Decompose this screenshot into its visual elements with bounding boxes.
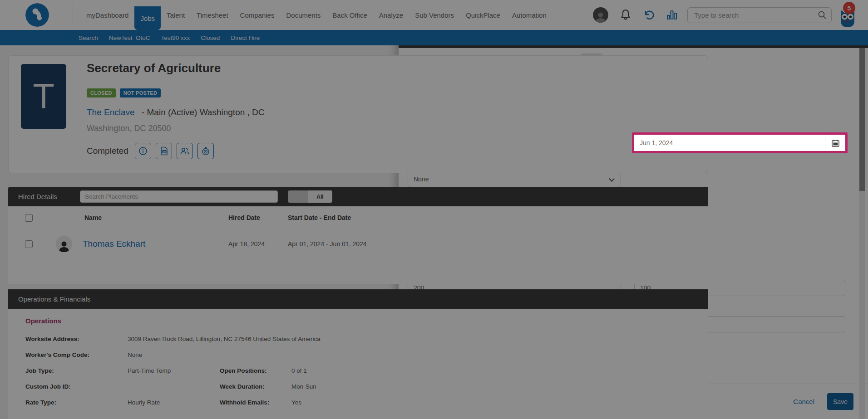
week-duration-value: Mon-Sun: [291, 383, 708, 390]
worksite-address-value: 3009 Raven Rock Road, Lillington, NC 275…: [128, 336, 708, 342]
user-avatar[interactable]: [593, 7, 608, 23]
notifications-bell-icon[interactable]: [620, 9, 631, 21]
table-row: Thomas Eckhart Apr 18, 2024 Apr 01, 2024…: [8, 229, 708, 259]
word-doc-icon: W: [159, 146, 168, 156]
job-stage-label: Completed: [87, 146, 128, 156]
nav-sub-vendors[interactable]: Sub Vendors: [409, 0, 460, 30]
subnav-direct-hire[interactable]: Direct Hire: [231, 34, 260, 41]
subnav-test90[interactable]: Test90 xxx: [161, 34, 190, 41]
job-stage-row: Completed W: [87, 143, 214, 159]
stopwatch-icon: [201, 146, 210, 156]
status-badge-closed: CLOSED: [87, 88, 116, 97]
rate-type-label: Rate Type:: [25, 399, 128, 406]
info-icon: [138, 146, 148, 156]
app-logo-icon[interactable]: [25, 3, 49, 27]
nav-quickplace[interactable]: QuickPlace: [460, 0, 506, 30]
ops-row-job-type: Job Type: Part-Time Temp Open Positions:…: [25, 363, 708, 379]
person-icon: [594, 11, 607, 23]
undo-refresh-icon[interactable]: [643, 10, 655, 20]
worksite-address-label: Worksite Address:: [25, 336, 128, 342]
calendar-icon: [832, 139, 839, 147]
navbar-right-cluster: 5: [593, 2, 858, 28]
cell-hired-date: Apr 18, 2024: [228, 240, 288, 248]
status-badge-not-posted: NOT POSTED: [120, 88, 161, 97]
subnav-search[interactable]: Search: [79, 34, 98, 41]
job-description-button[interactable]: W: [156, 143, 172, 159]
hired-details-title: Hired Details: [18, 193, 69, 200]
rate-type-value: Hourly Rate: [128, 399, 220, 406]
placements-table-header: Name Hired Date Start Date - End Date: [8, 206, 708, 229]
hired-details-section-bar: Hired Details All: [8, 187, 708, 206]
operations-subtitle: Operations: [25, 317, 708, 325]
select-all-checkbox[interactable]: [25, 214, 33, 222]
operations-body: Operations Worksite Address: 3009 Raven …: [8, 309, 708, 419]
subnav-closed[interactable]: Closed: [201, 34, 220, 41]
toggle-all-label: All: [308, 190, 332, 203]
company-row: The Enclave - Main (Active) Washington ,…: [87, 107, 265, 117]
ops-row-custom-job-id: Custom Job ID: Week Duration: Mon-Sun: [25, 379, 708, 395]
custom-job-id-label: Custom Job ID:: [25, 383, 128, 390]
cell-start-end: Apr 01, 2024 - Jun 01, 2024: [288, 240, 708, 248]
toggle-knob: [288, 190, 308, 203]
people-icon: [180, 146, 190, 156]
nav-documents[interactable]: Documents: [280, 0, 326, 30]
nav-talent[interactable]: Talent: [161, 0, 191, 30]
placements-search-input[interactable]: [85, 193, 273, 200]
nav-automation[interactable]: Automation: [506, 0, 552, 30]
ops-row-workers-comp: Worker's Comp Code: None: [25, 347, 708, 363]
main-content: T Secretary of Agriculture CLOSED NOT PO…: [0, 45, 868, 419]
assistant-mascot[interactable]: 5: [837, 2, 858, 28]
ops-row-rate-type: Rate Type: Hourly Rate Withhold Emails: …: [25, 395, 708, 410]
main-menu: myDashboard Jobs Talent Timesheet Compan…: [80, 0, 552, 30]
analytics-bar-chart-icon[interactable]: [666, 10, 677, 20]
top-navbar: myDashboard Jobs Talent Timesheet Compan…: [0, 0, 868, 30]
notification-count-badge[interactable]: 5: [843, 2, 855, 14]
end-date-input[interactable]: [634, 139, 825, 146]
company-link[interactable]: The Enclave: [87, 107, 135, 117]
person-icon: [58, 239, 70, 252]
global-search: [687, 7, 832, 23]
end-date-calendar-button[interactable]: [825, 139, 845, 147]
candidate-name-link[interactable]: Thomas Eckhart: [83, 239, 145, 249]
job-type-label: Job Type:: [25, 367, 128, 374]
company-location-suffix: - Main (Active) Washington , DC: [142, 107, 265, 117]
open-positions-label: Open Positions:: [220, 367, 291, 374]
col-header-hired-date: Hired Date: [228, 214, 288, 221]
candidates-button[interactable]: [177, 143, 193, 159]
col-header-start-end: Start Date - End Date: [288, 214, 708, 221]
job-type-value: Part-Time Temp: [128, 367, 220, 374]
nav-timesheet[interactable]: Timesheet: [191, 0, 234, 30]
jobs-subnav: Search NewTest_OtoC Test90 xxx Closed Di…: [0, 30, 868, 45]
nav-analyze[interactable]: Analyze: [373, 0, 409, 30]
placements-search: [80, 190, 278, 203]
job-initial-tile: T: [21, 64, 66, 129]
global-search-input[interactable]: [694, 11, 818, 19]
row-checkbox[interactable]: [25, 240, 33, 248]
info-button[interactable]: [135, 143, 151, 159]
job-summary-card: T Secretary of Agriculture CLOSED NOT PO…: [8, 55, 708, 173]
col-header-name: Name: [56, 214, 228, 221]
nav-back-office[interactable]: Back Office: [326, 0, 373, 30]
svg-text:W: W: [163, 151, 166, 153]
subnav-newtest-otoc[interactable]: NewTest_OtoC: [109, 34, 150, 41]
operations-financials-title: Operations & Financials: [18, 295, 90, 303]
operations-financials-bar: Operations & Financials: [8, 289, 708, 309]
withhold-emails-value: Yes: [291, 399, 708, 406]
workers-comp-value: None: [128, 351, 708, 358]
end-date-highlighted-input[interactable]: [632, 132, 848, 153]
withhold-emails-label: Withhold Emails:: [220, 399, 291, 406]
ops-row-worksite: Worksite Address: 3009 Raven Rock Road, …: [25, 331, 708, 347]
nav-jobs[interactable]: Jobs: [134, 6, 161, 30]
job-address: Washington, DC 20500: [87, 124, 171, 133]
candidate-avatar: [56, 236, 72, 252]
nav-companies[interactable]: Companies: [234, 0, 281, 30]
placements-filter-toggle[interactable]: All: [288, 190, 332, 203]
navbar-divider: [73, 5, 73, 25]
search-icon[interactable]: [818, 10, 827, 19]
workers-comp-label: Worker's Comp Code:: [25, 351, 128, 358]
timer-button[interactable]: [197, 143, 214, 159]
open-positions-value: 0 of 1: [291, 367, 708, 374]
placements-table: Name Hired Date Start Date - End Date Th…: [8, 206, 708, 284]
nav-mydashboard[interactable]: myDashboard: [80, 0, 134, 30]
job-title: Secretary of Agriculture: [87, 61, 221, 75]
